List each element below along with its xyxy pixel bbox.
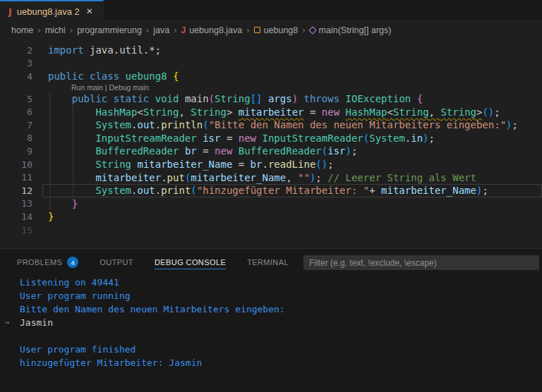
console-line: Bitte den Namen des neuen Mitarbeiters e… — [0, 302, 542, 316]
breadcrumb-item-label: programmierung — [77, 25, 142, 35]
code-token: . — [155, 185, 161, 196]
code-line[interactable]: 13 } — [0, 197, 542, 211]
code-token: System — [369, 133, 405, 144]
vscode-window: J uebung8.java 2 ✕ home›michi›programmie… — [0, 0, 542, 392]
panel-tab-output[interactable]: OUTPUT — [100, 255, 133, 269]
code-token: < — [387, 106, 393, 118]
code-token: { — [173, 71, 179, 82]
code-token: System — [95, 185, 131, 196]
breadcrumb-item-uebung8[interactable]: uebung8 — [254, 25, 299, 35]
console-line: Listening on 49441 — [0, 276, 542, 289]
code-token: br — [251, 159, 263, 170]
code-token: mitarbeiter_Name — [381, 185, 476, 196]
code-token: "" — [298, 172, 310, 183]
code-token — [48, 119, 95, 130]
line-number: 7 — [0, 120, 32, 130]
code-line[interactable]: 12 System.out.print("hinzugefügter Mitar… — [0, 184, 542, 197]
code-line-content: InputStreamReader isr = new InputStreamR… — [48, 133, 435, 144]
code-token: println — [161, 119, 203, 130]
code-token: ( — [209, 93, 215, 104]
code-line-content: import java.util.*; — [48, 44, 161, 56]
code-token — [48, 133, 95, 144]
code-line[interactable]: 4public class uebung8 { — [0, 70, 542, 83]
code-line[interactable]: 11 mitarbeiter.put(mitarbeiter_Name, "")… — [0, 171, 542, 184]
code-token: String — [143, 106, 179, 118]
code-line[interactable]: 7 System.out.println("Bitte den Namen de… — [0, 118, 542, 132]
code-line[interactable]: 15 — [0, 223, 542, 237]
console-filter-input[interactable] — [303, 255, 539, 270]
code-line[interactable]: 2import java.util.*; — [0, 44, 542, 57]
method-icon — [308, 26, 316, 34]
code-line[interactable]: 8 InputStreamReader isr = new InputStrea… — [0, 132, 542, 145]
code-line[interactable]: 10 String mitarbeiter_Name = br.readLine… — [0, 158, 542, 171]
code-token: print — [161, 185, 191, 196]
chevron-right-icon: › — [302, 25, 305, 35]
code-token: java.util.*; — [90, 44, 161, 56]
code-token: } — [48, 211, 54, 222]
code-line[interactable]: 5 public static void main(String[] args)… — [0, 92, 542, 106]
close-icon[interactable]: ✕ — [86, 6, 93, 16]
panel-tab-problems[interactable]: PROBLEMS4 — [17, 254, 78, 271]
code-token — [48, 159, 95, 170]
code-line[interactable]: 9 BufferedReader br = new BufferedReader… — [0, 145, 542, 158]
code-token — [232, 145, 238, 157]
code-token: new — [215, 145, 232, 157]
code-line-content: BufferedReader br = new BufferedReader(i… — [48, 145, 357, 157]
breadcrumb-item-label: uebung8.java — [189, 25, 242, 35]
breadcrumb-item-main-string-args[interactable]: main(String[] args) — [310, 25, 392, 35]
editor-tab-bar: J uebung8.java 2 ✕ — [0, 0, 542, 21]
console-line-text: hinzugefügter Mitarbeiter: Jasmin — [20, 357, 202, 368]
code-token — [48, 185, 95, 196]
breadcrumb-item-home[interactable]: home — [11, 25, 33, 35]
panel-tab-debug-console[interactable]: DEBUG CONSOLE — [155, 255, 226, 269]
code-area: 2import java.util.*;34public class uebun… — [0, 44, 542, 236]
line-number: 3 — [0, 58, 32, 68]
panel-tab-label: DEBUG CONSOLE — [155, 258, 226, 267]
tab-uebung8-java[interactable]: J uebung8.java 2 ✕ — [0, 0, 104, 21]
code-line[interactable]: 3 — [0, 57, 542, 71]
breadcrumb-item-michi[interactable]: michi — [45, 25, 66, 35]
code-token: + — [369, 185, 381, 196]
breadcrumb-item-programmierung[interactable]: programmierung — [77, 25, 142, 35]
console-line: hinzugefügter Mitarbeiter: Jasmin — [0, 356, 542, 369]
codelens-run-debug-link[interactable]: Run main | Debug main — [71, 83, 149, 92]
console-line: User program finished — [0, 343, 542, 356]
panel-tab-terminal[interactable]: TERMINAL — [247, 255, 289, 269]
code-token — [48, 106, 95, 118]
breadcrumb-item-label: main(String[] args) — [319, 25, 392, 35]
console-line-text: Listening on 49441 — [20, 277, 119, 288]
console-line: User program running — [0, 289, 542, 302]
code-token: mitarbeiter_Name — [191, 172, 286, 183]
code-token: IOException — [346, 93, 411, 104]
code-token: isr — [327, 145, 345, 157]
code-token: String — [191, 106, 227, 118]
line-number: 6 — [0, 106, 32, 117]
code-token: ) — [423, 133, 428, 144]
breadcrumb-item-java[interactable]: java — [153, 25, 169, 35]
code-token: } — [72, 198, 78, 209]
code-token: InputStreamReader — [95, 133, 196, 144]
code-token: ( — [191, 185, 196, 196]
code-line[interactable]: 14} — [0, 210, 542, 223]
code-token — [256, 133, 262, 144]
code-token: ) — [346, 145, 351, 157]
code-token: "Bitte den Namen des neuen Mitarbeiters … — [209, 119, 506, 130]
code-token — [339, 106, 345, 118]
code-line-content: System.out.println("Bitte den Namen des … — [48, 119, 518, 130]
code-token: ; — [315, 172, 327, 183]
breadcrumb-item-uebung8-java[interactable]: Juebung8.java — [181, 25, 242, 35]
code-line[interactable]: 6 HashMap<String, String> mitarbeiter = … — [0, 105, 542, 118]
code-token: , — [429, 106, 441, 118]
editor[interactable]: 2import java.util.*;34public class uebun… — [0, 39, 542, 248]
code-token — [48, 198, 72, 209]
line-number: 5 — [0, 94, 32, 104]
code-token: ; — [512, 119, 518, 130]
code-token — [298, 93, 303, 104]
console-line-text: Jasmin — [20, 317, 53, 328]
input-arrow-icon: → — [5, 316, 10, 329]
code-token: = — [197, 145, 215, 157]
code-token — [179, 145, 184, 157]
chevron-right-icon: › — [246, 25, 249, 35]
code-token: new — [239, 133, 256, 144]
code-token — [411, 93, 416, 104]
